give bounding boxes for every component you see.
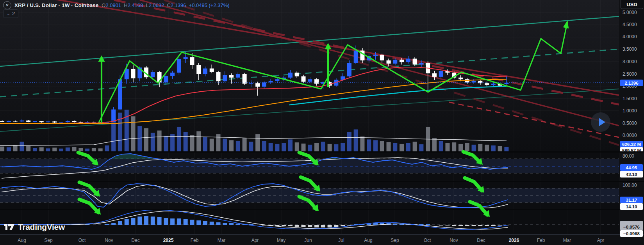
volume-bar (458, 144, 463, 151)
volume-bar (478, 144, 482, 151)
macd-histogram-bar (295, 225, 299, 227)
volume-bar (262, 141, 266, 151)
symbol-logo-icon[interactable]: ✕ (3, 1, 11, 9)
time-axis-label: Apr (597, 238, 605, 243)
volume-bar (249, 142, 253, 151)
volume-bar (46, 148, 50, 151)
macd-histogram-bar (190, 220, 194, 225)
volume-bar (52, 147, 57, 151)
macd-histogram-bar (177, 218, 181, 225)
ohlc-values: O2.0901 H2.4168 L2.0632 C2.1396 +0.0495 … (102, 2, 229, 8)
time-axis-label: Nov (450, 238, 458, 243)
volume-bar (445, 143, 450, 151)
volume-bar (85, 149, 89, 151)
tradingview-watermark[interactable]: TradingView (4, 222, 65, 232)
axis-value-badge: 31.17 (620, 197, 643, 203)
candle-body (485, 83, 489, 85)
price-axis-label: 4.5000 (623, 22, 637, 27)
volume-bar (393, 143, 397, 151)
time-axis-label: Aug (18, 238, 26, 243)
volume-bar (498, 146, 502, 151)
volume-bar (373, 140, 378, 151)
time-axis-label: 2025 (163, 238, 174, 243)
pane-separator[interactable] (0, 151, 644, 153)
close-icon: ✕ (5, 3, 9, 7)
chart-svg[interactable] (0, 0, 644, 245)
ohlc-close: C2.1396 (167, 2, 186, 8)
candle-body (255, 83, 260, 87)
candle-body (223, 75, 227, 81)
price-axis-label: 1.0000 (623, 108, 637, 114)
volume-bar (144, 128, 148, 151)
volume-bar (255, 134, 260, 151)
currency-tab[interactable]: USD (621, 0, 643, 9)
volume-bar (282, 143, 286, 151)
macd-histogram-bar (184, 219, 188, 225)
volume-bar (485, 145, 489, 151)
volume-bar (105, 146, 109, 151)
volume-bar (314, 143, 319, 151)
volume-bar (223, 139, 227, 151)
volume-bar (367, 139, 371, 151)
macd-histogram-bar (170, 218, 175, 225)
macd-histogram-bar (426, 224, 430, 225)
volume-bar (413, 142, 417, 151)
macd-histogram-bar (151, 217, 155, 225)
candle-body (184, 57, 188, 59)
tradingview-logo-icon (4, 222, 14, 232)
ohlc-open: O2.0901 (102, 2, 121, 8)
price-axis-label: 5.0000 (623, 10, 637, 15)
candle-body (387, 60, 391, 64)
indicator-scale-label: 80.00 (623, 153, 634, 159)
volume-bar (33, 148, 37, 151)
candle-body (210, 69, 214, 72)
macd-histogram-bar (485, 225, 489, 226)
candle-body (301, 76, 306, 82)
time-axis-label: Jul (338, 238, 344, 243)
volume-bar (243, 138, 247, 151)
macd-histogram-bar (137, 217, 142, 225)
pane-separator[interactable] (0, 181, 644, 182)
candle-body (478, 81, 482, 83)
macd-histogram-bar (92, 225, 96, 225)
macd-histogram-bar (465, 225, 469, 226)
time-scale[interactable] (0, 234, 644, 245)
volume-bar (472, 145, 476, 151)
volume-bar (137, 126, 142, 151)
price-axis-label: 0.5000 (623, 121, 637, 126)
time-axis-label: Mar (563, 238, 571, 243)
volume-bar (321, 142, 325, 151)
macd-histogram-bar (314, 225, 319, 227)
candle-body (203, 69, 207, 74)
macd-histogram-bar (223, 223, 227, 225)
volume-bar (66, 147, 70, 151)
macd-histogram-bar (328, 225, 332, 227)
macd-histogram-bar (98, 225, 103, 225)
candle-body (26, 121, 30, 122)
macd-histogram-bar (111, 223, 116, 225)
macd-histogram-bar (445, 225, 450, 225)
volume-bar (151, 133, 155, 151)
candle-body (52, 121, 57, 123)
candle-body (39, 121, 44, 123)
candle-body (262, 82, 266, 87)
volume-bar (328, 144, 332, 151)
candle-body (308, 79, 312, 82)
candle-body (196, 65, 201, 74)
candle-body (413, 59, 417, 64)
candle-body (72, 121, 77, 122)
axis-value-badge: 2.1396 (620, 80, 643, 86)
macd-histogram-bar (249, 224, 253, 225)
price-axis-label: 4.0000 (623, 34, 637, 39)
macd-histogram-bar (341, 225, 345, 226)
macd-histogram-bar (196, 220, 201, 225)
replay-play-button[interactable] (591, 112, 610, 132)
candle-body (373, 55, 378, 56)
collapse-indicators-button[interactable]: ⌄ 2 (3, 9, 18, 18)
volume-bar (7, 147, 11, 151)
collapsed-count: 2 (12, 11, 15, 16)
symbol-title[interactable]: XRP / U.S. Dollar · 1W · Coinbase (14, 2, 98, 8)
volume-bar (164, 136, 168, 151)
candle-body (33, 121, 37, 122)
macd-histogram-bar (334, 225, 338, 227)
